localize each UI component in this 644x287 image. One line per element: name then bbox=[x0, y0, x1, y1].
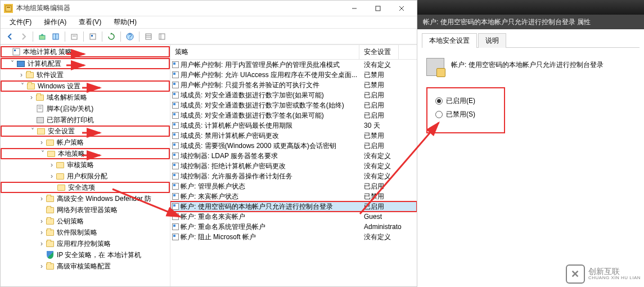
properties-button[interactable] bbox=[87, 30, 99, 43]
expand-icon[interactable]: ˅ bbox=[8, 60, 16, 68]
tree-software[interactable]: › 软件设置 bbox=[1, 69, 170, 80]
app-icon bbox=[4, 4, 13, 13]
tree-ipsec[interactable]: IP 安全策略，在 本地计算机 bbox=[1, 249, 170, 261]
list-header: 策略 安全设置 bbox=[170, 45, 417, 60]
forward-button[interactable] bbox=[17, 30, 30, 43]
policy-setting: 已禁用 bbox=[359, 192, 384, 201]
refresh-button[interactable] bbox=[105, 30, 118, 43]
col-policy[interactable]: 策略 bbox=[170, 45, 359, 59]
policy-row[interactable]: 帐户: 管理员帐户状态已启用 bbox=[170, 181, 417, 191]
policy-row[interactable]: 域成员: 对安全通道数据进行数字加密(如果可能)已启用 bbox=[170, 90, 417, 100]
tree-user-rights[interactable]: › 用户权限分配 bbox=[1, 171, 170, 182]
policy-item-icon bbox=[170, 71, 181, 78]
title-text: 本地组策略编辑器 bbox=[16, 3, 343, 13]
policy-row[interactable]: 域成员: 对安全通道数据进行数字加密或数字签名(始终)已启用 bbox=[170, 100, 417, 110]
policy-row[interactable]: 帐户: 来宾帐户状态已禁用 bbox=[170, 191, 417, 201]
tree-account-policy[interactable]: › 帐户策略 bbox=[1, 137, 170, 148]
expand-icon[interactable]: › bbox=[38, 195, 46, 203]
policy-row[interactable]: 用户帐户控制: 用于内置管理员帐户的管理员批准模式没有定义 bbox=[170, 60, 417, 70]
radio-enabled[interactable] bbox=[435, 97, 443, 105]
tree-root[interactable]: 本地计算机 策略 bbox=[1, 46, 170, 57]
tree-security-options[interactable]: 安全选项 bbox=[1, 182, 170, 193]
policy-row[interactable]: 域成员: 计算机帐户密码最长使用期限30 天 bbox=[170, 120, 417, 131]
policy-name: 域成员: 对安全通道数据进行数字加密或数字签名(始终) bbox=[181, 101, 359, 110]
policy-row[interactable]: 帐户: 使用空密码的本地帐户只允许进行控制台登录已启用 bbox=[170, 201, 417, 212]
expand-icon[interactable]: › bbox=[38, 138, 46, 146]
expand-icon[interactable]: ˅ bbox=[39, 150, 47, 158]
back-button[interactable] bbox=[4, 30, 16, 43]
tree-local-policy[interactable]: ˅ 本地策略 bbox=[1, 148, 170, 159]
up-button[interactable] bbox=[36, 30, 48, 43]
tree-audit[interactable]: › 审核策略 bbox=[1, 159, 170, 171]
menu-action[interactable]: 操作(A) bbox=[38, 16, 72, 28]
expand-icon[interactable]: › bbox=[48, 172, 56, 180]
policy-row[interactable]: 域成员: 对安全通道数据进行数字签名(如果可能)已启用 bbox=[170, 110, 417, 120]
policy-row[interactable]: 帐户: 重命名系统管理员帐户Administrato bbox=[170, 222, 417, 232]
list-body: 用户帐户控制: 用于内置管理员帐户的管理员批准模式没有定义用户帐户控制: 允许 … bbox=[170, 60, 417, 242]
radio-enabled-row[interactable]: 已启用(E) bbox=[435, 94, 496, 107]
tree-printers[interactable]: 已部署的打印机 bbox=[1, 114, 170, 125]
printer-icon bbox=[35, 115, 44, 124]
policy-row[interactable]: 用户帐户控制: 只提升签名并验证的可执行文件已禁用 bbox=[170, 80, 417, 90]
menu-file[interactable]: 文件(F) bbox=[4, 16, 37, 28]
tab-explain[interactable]: 说明 bbox=[478, 33, 506, 48]
tree-dns[interactable]: › 域名解析策略 bbox=[1, 92, 170, 103]
policy-setting: 已禁用 bbox=[359, 70, 384, 80]
policy-item-icon bbox=[170, 82, 181, 88]
policy-item-icon bbox=[170, 112, 181, 119]
expand-icon[interactable]: ˅ bbox=[29, 127, 37, 135]
policy-row[interactable]: 域控制器: 允许服务器操作者计划任务没有定义 bbox=[170, 171, 417, 181]
expand-icon[interactable]: › bbox=[38, 240, 46, 248]
col-setting[interactable]: 安全设置 bbox=[359, 45, 399, 59]
help-button[interactable]: ? bbox=[124, 30, 136, 43]
policy-row[interactable]: 帐户: 重命名来宾帐户Guest bbox=[170, 212, 417, 222]
expand-icon[interactable]: › bbox=[28, 93, 35, 101]
radio-disabled-row[interactable]: 已禁用(S) bbox=[435, 107, 496, 121]
policy-row[interactable]: 域成员: 禁用计算机帐户密码更改已禁用 bbox=[170, 131, 417, 141]
radio-disabled[interactable] bbox=[435, 111, 443, 118]
policy-row[interactable]: 帐户: 阻止 Microsoft 帐户没有定义 bbox=[170, 232, 417, 242]
policy-row[interactable]: 域控制器: 拒绝计算机帐户密码更改没有定义 bbox=[170, 161, 417, 171]
policy-row[interactable]: 域控制器: LDAP 服务器签名要求没有定义 bbox=[170, 151, 417, 161]
tree-security-settings[interactable]: ˅ 安全设置 bbox=[1, 125, 170, 137]
detail-view-button[interactable] bbox=[156, 30, 168, 43]
tree-label: 软件限制策略 bbox=[57, 228, 97, 237]
policy-row[interactable]: 用户帐户控制: 允许 UIAccess 应用程序在不使用安全桌面...已禁用 bbox=[170, 70, 417, 80]
tree-windows-settings[interactable]: ˅ Windows 设置 bbox=[1, 80, 170, 92]
tree-netlist[interactable]: 网络列表管理器策略 bbox=[1, 204, 170, 216]
policy-name: 帐户: 阻止 Microsoft 帐户 bbox=[181, 232, 359, 242]
tree-label: 软件设置 bbox=[37, 70, 64, 80]
tree-computer-config[interactable]: ˅ 计算机配置 bbox=[1, 58, 170, 69]
close-button[interactable] bbox=[390, 1, 413, 16]
expand-icon[interactable]: › bbox=[48, 161, 56, 169]
tree-appctrl[interactable]: › 应用程序控制策略 bbox=[1, 238, 170, 249]
list-view-button[interactable] bbox=[142, 30, 155, 43]
export-button[interactable] bbox=[68, 30, 80, 43]
policy-item-icon bbox=[170, 153, 181, 159]
folder-icon bbox=[46, 217, 55, 226]
menu-view[interactable]: 查看(V) bbox=[73, 16, 107, 28]
policy-setting: 已启用 bbox=[359, 101, 384, 110]
tab-local-security[interactable]: 本地安全设置 bbox=[422, 33, 477, 48]
expand-icon[interactable]: › bbox=[17, 71, 25, 79]
tree-defender[interactable]: › 高级安全 Windows Defender 防 bbox=[1, 193, 170, 204]
policy-row[interactable]: 域成员: 需要强(Windows 2000 或更高版本)会话密钥已启用 bbox=[170, 141, 417, 151]
policy-item-icon bbox=[170, 213, 181, 220]
properties-title: 帐户: 使用空密码的本地帐户只允许进行控制台登录 属性 bbox=[417, 15, 644, 29]
expand-icon[interactable]: › bbox=[38, 262, 46, 270]
expand-icon[interactable]: › bbox=[38, 217, 46, 225]
tree-softrestrict[interactable]: › 软件限制策略 bbox=[1, 227, 170, 238]
tree-scripts[interactable]: 脚本(启动/关机) bbox=[1, 103, 170, 114]
show-hide-button[interactable] bbox=[49, 30, 62, 43]
minimize-button[interactable] bbox=[343, 1, 366, 16]
expand-icon[interactable]: ˅ bbox=[19, 82, 26, 90]
tree-advaudit[interactable]: › 高级审核策略配置 bbox=[1, 261, 170, 272]
svg-rect-12 bbox=[91, 35, 93, 37]
maximize-button[interactable] bbox=[366, 1, 390, 16]
expand-icon[interactable]: › bbox=[38, 228, 46, 236]
tree-pubkey[interactable]: › 公钥策略 bbox=[1, 216, 170, 227]
tree-pane[interactable]: 本地计算机 策略 ˅ 计算机配置 › 软件设置 ˅ bbox=[1, 45, 170, 286]
properties-tabs: 本地安全设置 说明 bbox=[422, 33, 640, 48]
policy-list-pane[interactable]: 策略 安全设置 用户帐户控制: 用于内置管理员帐户的管理员批准模式没有定义用户帐… bbox=[170, 45, 417, 286]
menu-help[interactable]: 帮助(H) bbox=[108, 16, 142, 28]
